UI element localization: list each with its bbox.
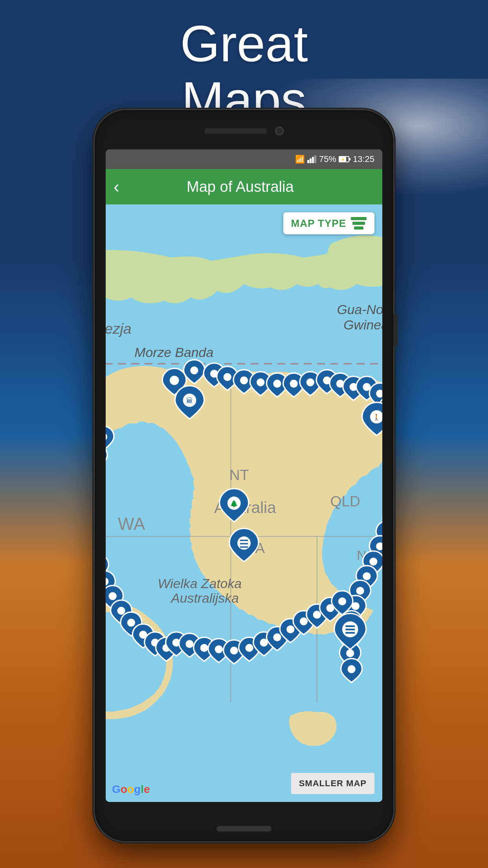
svg-point-69 bbox=[117, 607, 125, 614]
map-svg: Indonezja Morze Banda Gua-Nowa Gwinea Mo… bbox=[106, 204, 382, 802]
svg-rect-2 bbox=[312, 157, 314, 163]
svg-point-32 bbox=[257, 378, 264, 386]
svg-rect-99 bbox=[345, 629, 355, 630]
google-logo: G o o g l e bbox=[112, 783, 150, 796]
back-button[interactable]: ‹ bbox=[114, 177, 119, 197]
svg-point-30 bbox=[224, 373, 231, 381]
map-type-button[interactable]: MAP TYPE bbox=[283, 212, 374, 234]
home-indicator bbox=[216, 826, 272, 831]
svg-text:Morze Banda: Morze Banda bbox=[134, 345, 213, 360]
title-line1: Great bbox=[0, 16, 488, 72]
phone-top-area bbox=[204, 127, 284, 135]
phone-mockup: 📶 75% ⚡ 13 bbox=[95, 110, 393, 841]
map-area[interactable]: Indonezja Morze Banda Gua-Nowa Gwinea Mo… bbox=[106, 204, 382, 802]
svg-text:🌲: 🌲 bbox=[230, 500, 238, 508]
wifi-icon: 📶 bbox=[295, 154, 305, 164]
google-letter-o2: o bbox=[127, 783, 134, 796]
google-letter-g: G bbox=[112, 783, 121, 796]
svg-point-78 bbox=[230, 647, 238, 655]
battery-percent: 75% bbox=[319, 154, 336, 164]
speaker-bar bbox=[204, 128, 267, 134]
svg-point-81 bbox=[273, 633, 281, 641]
svg-point-35 bbox=[306, 378, 314, 386]
svg-point-77 bbox=[215, 645, 223, 653]
svg-rect-1 bbox=[310, 158, 312, 163]
svg-text:Indonezja: Indonezja bbox=[106, 320, 132, 337]
svg-rect-92 bbox=[240, 546, 248, 548]
svg-rect-90 bbox=[240, 540, 248, 541]
map-type-label: MAP TYPE bbox=[291, 217, 346, 230]
smaller-map-button[interactable]: SMALLER MAP bbox=[291, 773, 374, 794]
svg-text:🚶: 🚶 bbox=[373, 414, 380, 421]
svg-point-70 bbox=[127, 619, 135, 627]
svg-text:WA: WA bbox=[118, 514, 145, 533]
app-bar: ‹ Map of Australia bbox=[106, 169, 382, 204]
svg-point-75 bbox=[185, 640, 193, 648]
battery-icon: ⚡ bbox=[339, 156, 350, 163]
svg-point-34 bbox=[290, 380, 298, 388]
svg-rect-3 bbox=[314, 155, 316, 163]
clock: 13:25 bbox=[353, 154, 374, 164]
svg-point-51 bbox=[369, 557, 377, 565]
svg-point-53 bbox=[356, 587, 364, 595]
svg-rect-100 bbox=[345, 632, 355, 634]
svg-point-58 bbox=[347, 665, 355, 673]
signal-icon bbox=[307, 155, 317, 163]
svg-text:🏛: 🏛 bbox=[186, 397, 193, 405]
svg-point-84 bbox=[313, 611, 321, 619]
svg-rect-0 bbox=[307, 160, 309, 163]
svg-point-33 bbox=[273, 380, 281, 388]
svg-point-31 bbox=[240, 376, 248, 384]
phone-screen: 📶 75% ⚡ 13 bbox=[106, 149, 382, 802]
google-letter-e: e bbox=[144, 783, 150, 796]
google-letter-g2: g bbox=[134, 783, 141, 796]
svg-rect-98 bbox=[345, 625, 355, 627]
svg-text:Gwinea: Gwinea bbox=[343, 317, 382, 332]
svg-point-82 bbox=[286, 625, 294, 633]
svg-rect-5 bbox=[349, 158, 350, 160]
svg-point-27 bbox=[170, 376, 179, 385]
google-letter-l: l bbox=[141, 783, 144, 796]
smaller-map-label: SMALLER MAP bbox=[299, 778, 367, 788]
front-camera bbox=[275, 127, 284, 135]
svg-text:QLD: QLD bbox=[330, 493, 360, 509]
status-icons: 📶 75% ⚡ 13 bbox=[295, 154, 374, 164]
svg-point-52 bbox=[363, 572, 371, 580]
svg-text:Wielka Zatoka: Wielka Zatoka bbox=[158, 576, 242, 591]
svg-point-68 bbox=[108, 592, 116, 600]
volume-button bbox=[393, 314, 398, 346]
svg-point-76 bbox=[200, 644, 208, 652]
layers-icon bbox=[351, 217, 367, 230]
svg-rect-91 bbox=[240, 543, 248, 544]
svg-point-28 bbox=[190, 366, 198, 374]
google-letter-o1: o bbox=[121, 783, 127, 796]
svg-text:NT: NT bbox=[229, 467, 249, 483]
svg-point-57 bbox=[346, 649, 354, 657]
svg-text:Australijska: Australijska bbox=[170, 590, 239, 605]
svg-text:Gua-Nowa: Gua-Nowa bbox=[337, 302, 382, 317]
phone-shell: 📶 75% ⚡ 13 bbox=[95, 110, 393, 841]
svg-text:⚡: ⚡ bbox=[341, 157, 345, 162]
status-bar: 📶 75% ⚡ 13 bbox=[106, 149, 382, 169]
screen-title: Map of Australia bbox=[123, 178, 357, 195]
svg-point-79 bbox=[245, 644, 253, 652]
svg-point-83 bbox=[300, 617, 308, 625]
svg-point-86 bbox=[338, 598, 346, 605]
